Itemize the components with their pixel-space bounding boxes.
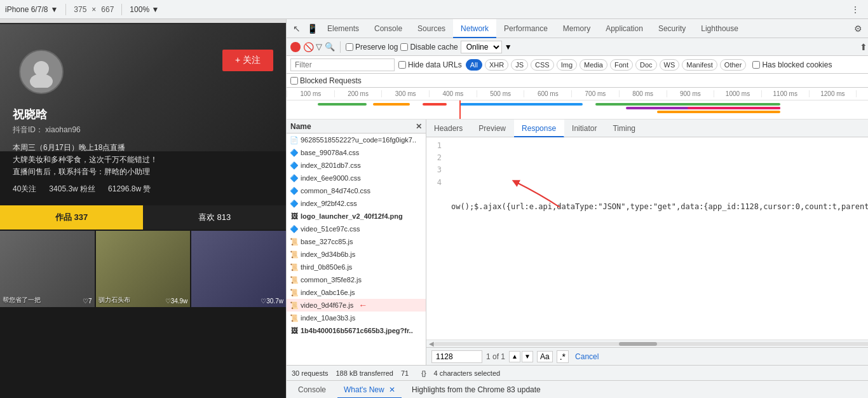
req-item-7[interactable]: 🔷 video_51ce97c.css [287,223,426,235]
req-item-6[interactable]: 🖼 logo_launcher_v2_40f12f4.png [287,210,426,223]
req-item-13[interactable]: 📜 video_9d4f67e.js ← [287,299,426,312]
mobile-content: + 关注 祝晓晗 抖音ID： xiaohan96 本周三（6月17日）晚上18点… [0,24,286,398]
tab-network[interactable]: Network [453,19,496,38]
red-arrow-indicator: ← [358,299,367,312]
filter-tag-font[interactable]: Font [610,59,633,71]
filter-input[interactable] [290,58,395,71]
requests-count: 30 requests [292,369,328,377]
req-item-12[interactable]: 📜 index_0abc16e.js [287,286,426,299]
filter-tag-manifest[interactable]: Manifest [682,59,717,71]
clear-button[interactable]: 🚫 [303,42,313,52]
req-item-4[interactable]: 🔷 common_84d74c0.css [287,184,426,197]
resource-size: 71 [401,369,409,377]
js-icon-13: 📜 [290,301,298,309]
blocked-cookies-checkbox[interactable]: Has blocked cookies [752,60,832,69]
next-match-button[interactable]: ▼ [522,351,533,362]
req-item-3[interactable]: 🔷 index_6ee9000.css [287,172,426,184]
req-item-9[interactable]: 📜 index_9d34b6b.js [287,248,426,261]
req-item-2[interactable]: 🔷 index_8201db7.css [287,159,426,172]
mobile-icon[interactable]: 📱 [304,21,320,36]
filter-tag-media[interactable]: Media [580,59,607,71]
video-likes-1: ♡7 [83,298,92,305]
device-selector[interactable]: iPhone 6/7/8 ▼ [5,5,58,14]
request-list-body: 📄 9628551855222?u_code=16fg0igk7.. 🔷 bas… [287,134,426,365]
tab-performance[interactable]: Performance [496,19,555,38]
filter-tag-all[interactable]: All [466,59,482,71]
case-sensitive-button[interactable]: Aa [537,351,553,362]
req-item-8[interactable]: 📜 base_327cc85.js [287,235,426,248]
preserve-log-checkbox[interactable]: Preserve log [346,43,398,51]
tab-likes[interactable]: 喜欢 813 [143,205,286,230]
left-scroll-arrow[interactable]: ◀ [429,340,434,347]
req-name-6: logo_launcher_v2_40f12f4.png [301,210,403,223]
req-item-15[interactable]: 🖼 1b4b400016b5671c665b3.jpeg?fr.. [287,324,426,337]
detail-tab-headers[interactable]: Headers [426,120,471,137]
record-button[interactable] [290,42,301,52]
filter-tag-doc[interactable]: Doc [635,59,657,71]
whats-new-tab[interactable]: What's New ✕ [337,381,402,399]
export-icon[interactable]: ⬆ [856,39,868,55]
hide-data-urls-checkbox[interactable]: Hide data URLs [398,60,462,69]
search-icon[interactable]: 🔍 [325,42,335,51]
req-item-0[interactable]: 📄 9628551855222?u_code=16fg0igk7.. [287,134,426,146]
filter-tag-img[interactable]: Img [557,59,577,71]
tab-lighthouse[interactable]: Lighthouse [693,19,746,38]
filter-tag-js[interactable]: JS [511,59,528,71]
req-item-11[interactable]: 📜 common_3f5fe82.js [287,273,426,286]
js-icon-10: 📜 [290,263,298,271]
tab-security[interactable]: Security [651,19,693,38]
search-input[interactable] [431,350,482,363]
blocked-requests-checkbox[interactable]: Blocked Requests [290,76,362,85]
tab-sources[interactable]: Sources [410,19,453,38]
img-icon-6: 🖼 [290,212,298,220]
regex-button[interactable]: .* [557,350,569,363]
tick-400: 400 ms [429,90,477,97]
filter-icon[interactable]: ▽ [316,42,322,51]
zoom-selector[interactable]: 100% ▼ [130,5,159,14]
profile-tabs: 作品 337 喜欢 813 [0,205,286,230]
video-thumb-2[interactable]: 驯力石头布 ♡34.9w [96,231,191,307]
filter-tag-ws[interactable]: WS [660,59,680,71]
tab-application[interactable]: Application [598,19,651,38]
filter-tag-xhr[interactable]: XHR [485,59,508,71]
whats-new-close-icon[interactable]: ✕ [389,385,395,394]
filter-tag-other[interactable]: Other [720,59,747,71]
req-name-4: common_84d74c0.css [301,184,370,197]
req-name-15: 1b4b400016b5671c665b3.jpeg?fr.. [301,324,413,337]
filter-tag-css[interactable]: CSS [531,59,554,71]
video-thumb-3[interactable]: ♡30.7w [191,231,286,307]
disable-cache-checkbox[interactable]: Disable cache [400,43,458,51]
detail-tab-preview[interactable]: Preview [471,120,514,137]
detail-tab-timing[interactable]: Timing [605,120,644,137]
search-bar: 1 of 1 ▲ ▼ Aa .* Cancel [426,347,868,365]
console-tab[interactable]: Console [292,381,332,399]
more-options-icon[interactable]: ⋮ [848,2,863,17]
req-item-10[interactable]: 📜 third_0b850e6.js [287,261,426,273]
scrollbar-thumb [619,342,657,346]
id-label: 抖音ID： [13,125,43,134]
video-thumb-1[interactable]: 帮您省了一把 ♡7 [0,231,95,307]
status-bar: 30 requests 188 kB transferred 71 {} 4 c… [287,365,868,380]
cancel-search-button[interactable]: Cancel [573,352,601,361]
tab-works[interactable]: 作品 337 [0,205,143,230]
req-item-14[interactable]: 📜 index_10ae3b3.js [287,312,426,324]
tab-elements[interactable]: Elements [320,19,367,38]
follow-button[interactable]: + 关注 [222,50,273,71]
cursor-icon[interactable]: ↖ [289,21,304,36]
line-num-4: 4 [426,177,442,189]
search-match-count: 1 of 1 [486,352,505,361]
zoom-value: 100% [130,5,149,14]
horizontal-scrollbar[interactable]: ◀ ▶ [426,340,868,347]
close-detail-icon[interactable]: ✕ [416,122,422,131]
req-item-1[interactable]: 🔷 base_99078a4.css [287,146,426,159]
settings-icon[interactable]: ⚙ [850,21,865,36]
throttle-select[interactable]: Online [461,41,502,53]
desc-line3: 直播间售后，联系抖音号：胖晗的小助理 [13,166,158,178]
detail-tab-response[interactable]: Response [514,120,564,137]
detail-tab-initiator[interactable]: Initiator [564,120,605,137]
tab-memory[interactable]: Memory [555,19,598,38]
tab-console[interactable]: Console [367,19,410,38]
req-item-5[interactable]: 🔷 index_9f2bf42.css [287,197,426,210]
video-label-2: 驯力石头布 [98,296,130,305]
prev-match-button[interactable]: ▲ [509,351,520,362]
